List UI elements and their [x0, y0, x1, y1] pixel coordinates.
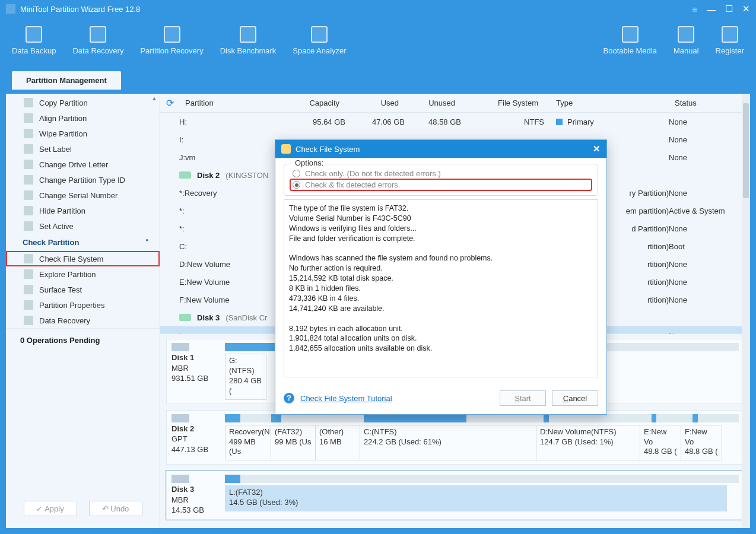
user-plus-icon: [722, 26, 738, 43]
col-filesystem[interactable]: File System: [461, 98, 544, 107]
id-icon: [24, 175, 33, 185]
col-capacity[interactable]: Capacity: [277, 98, 345, 107]
hdd-icon: [171, 343, 189, 351]
usb-icon: [622, 26, 639, 43]
maximize-icon[interactable]: ☐: [725, 4, 733, 14]
radio-check-only[interactable]: Check only. (Do not fix detected errors.…: [290, 168, 592, 179]
sidebar-item-hide-partition[interactable]: Hide Partition: [6, 203, 160, 218]
title-bar: MiniTool Partition Wizard Free 12.8 ≡ — …: [0, 0, 756, 18]
tab-partition-management[interactable]: Partition Management: [12, 71, 121, 90]
col-status[interactable]: Status: [669, 98, 750, 107]
backup-icon: [26, 26, 42, 43]
sidebar-item-copy-partition[interactable]: Copy Partition: [6, 95, 160, 110]
surface-icon: [24, 285, 33, 294]
grid-header: ⟳ Partition Capacity Used Unused File Sy…: [160, 94, 750, 113]
chevron-up-icon: ˄: [145, 239, 149, 246]
analyzer-icon: [311, 26, 328, 43]
benchmark-icon: [240, 26, 256, 43]
bootable-media-button[interactable]: Bootable Media: [595, 23, 665, 71]
app-icon: [6, 4, 15, 14]
sidebar-item-align-partition[interactable]: Align Partition: [6, 110, 160, 126]
hide-icon: [24, 206, 33, 215]
sidebar-item-wipe-partition[interactable]: Wipe Partition: [6, 126, 160, 141]
radio-checked-icon: [293, 181, 300, 189]
disk-map-2[interactable]: Disk 2GPT447.13 GB Recovery(N499 MB (Us(…: [166, 410, 744, 465]
check-file-system-dialog: Check File System ✕ Options: Check only.…: [275, 139, 607, 415]
hdd-icon: [171, 414, 189, 422]
window-title: MiniTool Partition Wizard Free 12.8: [20, 5, 692, 14]
help-icon[interactable]: ?: [284, 393, 294, 403]
sidebar: ▲ Copy Partition Align Partition Wipe Pa…: [6, 94, 160, 528]
explore-icon: [24, 269, 33, 279]
close-icon[interactable]: ✕: [742, 4, 750, 14]
letter-icon: [24, 160, 33, 169]
apply-button[interactable]: ✓ Apply: [24, 501, 77, 516]
space-analyzer-button[interactable]: Space Analyzer: [284, 23, 354, 71]
col-unused[interactable]: Unused: [405, 98, 461, 107]
copy-icon: [24, 98, 33, 107]
options-legend: Options:: [291, 158, 327, 167]
operations-pending: 0 Operations Pending: [6, 328, 160, 352]
sidebar-item-change-type-id[interactable]: Change Partition Type ID: [6, 172, 160, 187]
radio-icon: [293, 170, 300, 177]
col-used[interactable]: Used: [345, 98, 405, 107]
serial-icon: [24, 190, 33, 200]
col-partition[interactable]: Partition: [179, 98, 277, 107]
options-group: Options: Check only. (Do not fix detecte…: [284, 164, 598, 196]
manual-button[interactable]: Manual: [665, 23, 707, 71]
refresh-icon[interactable]: ⟳: [160, 97, 179, 109]
book-icon: [678, 26, 694, 43]
hamburger-icon[interactable]: ≡: [692, 4, 697, 14]
main-toolbar: Data Backup Data Recovery Partition Reco…: [0, 18, 756, 71]
sidebar-section-check-partition[interactable]: Check Partition˄: [6, 234, 160, 251]
disk-icon: [179, 171, 191, 179]
wipe-icon: [24, 129, 33, 138]
sidebar-item-check-file-system[interactable]: Check File System: [6, 251, 160, 266]
sidebar-list: Copy Partition Align Partition Wipe Part…: [6, 94, 160, 528]
radio-check-and-fix[interactable]: Check & fix detected errors.: [290, 179, 592, 190]
undo-button[interactable]: ↶ Undo: [89, 501, 142, 516]
sidebar-item-data-recovery[interactable]: Data Recovery: [6, 313, 160, 328]
sidebar-item-explore-partition[interactable]: Explore Partition: [6, 266, 160, 282]
cancel-button[interactable]: Cancel: [552, 390, 598, 406]
start-button[interactable]: Start: [500, 390, 546, 406]
sidebar-item-change-drive-letter[interactable]: Change Drive Letter: [6, 157, 160, 172]
minimize-icon[interactable]: —: [707, 4, 716, 14]
register-button[interactable]: Register: [707, 23, 752, 71]
sidebar-item-change-serial[interactable]: Change Serial Number: [6, 187, 160, 203]
sidebar-item-set-label[interactable]: Set Label: [6, 141, 160, 157]
disk-map-3[interactable]: Disk 3MBR14.53 GB L:(FAT32)14.5 GB (Used…: [166, 471, 744, 520]
check-fs-icon: [24, 254, 33, 263]
scroll-up-icon[interactable]: ▲: [151, 95, 157, 101]
table-row[interactable]: H:95.64 GB47.06 GB48.58 GBNTFSPrimaryNon…: [160, 113, 750, 131]
col-type[interactable]: Type: [544, 98, 669, 107]
properties-icon: [24, 300, 33, 310]
dialog-icon: [281, 144, 291, 154]
dialog-title-bar[interactable]: Check File System ✕: [275, 140, 606, 158]
data-recovery-icon: [24, 316, 33, 325]
dialog-close-icon[interactable]: ✕: [593, 144, 601, 154]
dialog-title: Check File System: [296, 145, 588, 154]
data-recovery-button[interactable]: Data Recovery: [64, 23, 132, 71]
recovery-icon: [90, 26, 106, 43]
usb-drive-icon: [171, 475, 189, 483]
sidebar-item-set-active[interactable]: Set Active: [6, 218, 160, 234]
tab-strip: Partition Management: [0, 71, 756, 90]
disk-icon: [179, 314, 191, 321]
vertical-scrollbar[interactable]: [742, 94, 750, 528]
partition-recovery-icon: [164, 26, 180, 43]
tutorial-link[interactable]: Check File System Tutorial: [300, 394, 392, 403]
sidebar-item-partition-properties[interactable]: Partition Properties: [6, 297, 160, 313]
label-icon: [24, 144, 33, 154]
data-backup-button[interactable]: Data Backup: [4, 23, 64, 71]
disk-benchmark-button[interactable]: Disk Benchmark: [212, 23, 285, 71]
align-icon: [24, 113, 33, 123]
sidebar-item-surface-test[interactable]: Surface Test: [6, 282, 160, 297]
partition-recovery-button[interactable]: Partition Recovery: [132, 23, 211, 71]
active-icon: [24, 221, 33, 231]
log-output[interactable]: The type of the file system is FAT32. Vo…: [284, 199, 598, 377]
